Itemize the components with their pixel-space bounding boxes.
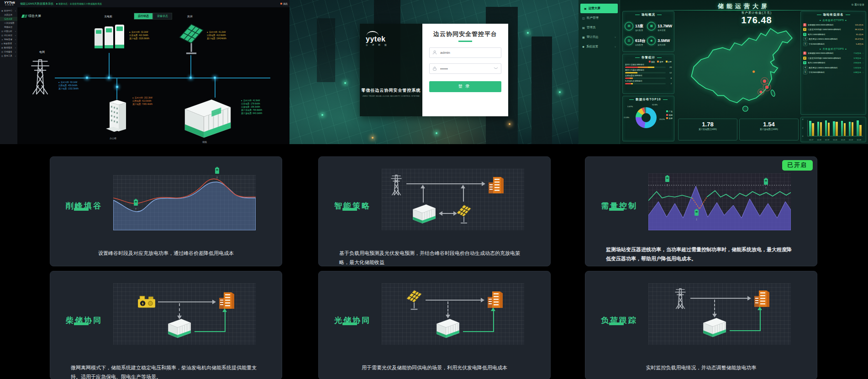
ess-container-icon (700, 317, 729, 338)
user-label[interactable]: 消息 (283, 2, 288, 5)
logout-button[interactable]: ⧉退出登录 (852, 3, 864, 6)
chevron-down-icon: ˅ (15, 34, 16, 36)
ess-stats: ●实时功率: 41.9kW 日充电量: 178.6kWh 日放电量: 158.3… (241, 99, 262, 115)
screenshot-ems-dashboard: YYTek 云洴科技 储能云EMS大数据服务系统 最新动态：欢迎使用储能云大数据… (0, 0, 289, 144)
x-axis-label: 01.20 (833, 139, 837, 141)
stat-power: ◉3.5MW实时功率 (647, 33, 672, 48)
stat-bullet: ● (58, 81, 60, 83)
ess-container-icon (410, 203, 438, 224)
legend-critical: 紧急 (649, 61, 655, 63)
card-description: 实时监控负载用电情况，并动态调整储能放电功率 (585, 363, 817, 372)
alarm-bar (625, 78, 666, 79)
solar-panel-icon (405, 289, 423, 311)
title-underline (342, 208, 357, 211)
panel-title: 场站概况 (623, 11, 674, 18)
feature-card-peak-shaving: 削峰填谷 ↑ ↓ 设置峰谷时段及对应充放电功率，通过峰谷价差降低用电成本 (50, 156, 282, 266)
brand-subname: 云 洴 科 技 (366, 44, 389, 47)
eye-closed-icon[interactable] (494, 67, 498, 70)
users-icon: ◫ (582, 16, 585, 20)
battery-icon (665, 175, 670, 182)
energy-dates: 01.1701.1801.1901.2001.2101.2201.23 (807, 139, 863, 141)
person-icon (432, 50, 437, 55)
transmission-tower-icon (388, 171, 405, 196)
brand-logo: yytek 云 洴 科 技 (366, 31, 389, 47)
transmission-tower-icon (672, 285, 689, 310)
battery-discharge-marker: ↓ (215, 167, 220, 179)
ops-sidebar: ▣运营大屏 ◫租户管理 ▤管理员 ▦审计日志˅ ✱系统设置˅ (579, 0, 620, 144)
password-input[interactable] (439, 66, 491, 71)
sidebar-item-overview[interactable]: 大屏总览 (0, 13, 17, 17)
ranking-row: 2江苏宜兴环科园2.5MW/5MWh储能电站3.78万元↑ (801, 56, 866, 61)
ranking-row: 2江苏宜兴环科园2.5MW/5MWh储能电站38.22万元 (801, 27, 866, 32)
header-decor-line (625, 10, 863, 10)
sidebar-item-wiring-diagram[interactable]: 一次接线图 (0, 21, 17, 25)
alarm-row: 苏州工业园区储能电站 29 (623, 63, 674, 68)
battery-charge-marker: ↑ (133, 199, 138, 211)
ems-title: 储能云EMS大数据服务系统 (20, 2, 53, 6)
alarm-row: 杭州余杭区储能电站 7 (623, 79, 674, 85)
alarm-bar (625, 83, 666, 84)
card-graphic (113, 283, 256, 345)
sidebar-item-bigscreen[interactable]: ▣运营大屏 (580, 4, 618, 13)
bar-pair (841, 120, 846, 136)
node-label-pv: 光伏 (187, 15, 193, 19)
building-icon (486, 288, 504, 309)
sidebar-item-main-screen[interactable]: 综合大屏 (0, 17, 17, 21)
menu-icon: ◈ (1, 42, 3, 45)
ess-to-building-line (195, 331, 226, 332)
sidebar-item-audit-log[interactable]: ▦审计日志˅ (579, 32, 620, 42)
login-button[interactable]: 登录 (429, 81, 501, 92)
menu-icon: ▨ (1, 55, 3, 57)
sidebar-item-ops[interactable]: ▧运维服务˅ (0, 50, 17, 54)
glow-dot (527, 32, 529, 34)
down-arrow-icon: ↓ (694, 217, 699, 221)
sidebar-item-analysis[interactable]: ▤运营分析˅ (0, 29, 17, 33)
feature-card-smart-strategy: 智能策略 (318, 156, 551, 266)
sidebar-item-admins[interactable]: ▤管理员 (579, 23, 620, 32)
sidebar-item-run-monitor[interactable]: ▥运行监控˅ (0, 33, 17, 37)
card-description: 基于负载用电预测及光伏发电预测，并结合峰谷时段电价自动生成动态的充放电策略，最大… (319, 249, 550, 267)
device-icon: ▥ (625, 36, 633, 45)
bell-icon[interactable] (280, 3, 282, 5)
bar-pair (825, 120, 830, 136)
tagline-cn: 零信任边云协同安全管控系统 (360, 88, 422, 93)
pv-to-bus-arrow (463, 188, 464, 202)
sidebar-item-monitor-center[interactable]: ▣监控中心˄ (0, 9, 17, 13)
glow-dot (344, 82, 346, 84)
revenue-ranking-panel: 场站收益排名 总收益排行TOP5 1安徽铜陵1MW/2MWh储能电站113.4万… (800, 11, 866, 115)
stat-bullet: ● (129, 31, 131, 33)
bar-pair (833, 120, 838, 136)
sidebar-item-settings[interactable]: ✱系统设置˅ (579, 42, 620, 52)
node-label-building: 办公楼 (110, 137, 116, 140)
ess-to-bus-arrow (423, 188, 424, 202)
sidebar-item-video[interactable]: 视频监控 (0, 25, 17, 29)
capacity-icon: ▦ (647, 22, 656, 31)
stat-devices: ▥618台设备数量 (625, 33, 647, 48)
gen-to-ess-dashed-arrow (179, 303, 180, 316)
donut-chart-area: 52.6% 23.2% 2.13% 1.67% 广东 福建 安徽 (623, 103, 674, 135)
sidebar-item-report[interactable]: ▦数据报表˅ (0, 46, 17, 50)
sidebar-item-tenants[interactable]: ◫租户管理 (579, 13, 620, 23)
title-underline (609, 208, 624, 211)
legend-swatch (657, 61, 659, 62)
node-label-ess: 储能 (202, 140, 207, 143)
up-arrow-icon: ↑ (863, 62, 863, 64)
tab-device-status[interactable]: 设备状态 (153, 13, 172, 20)
feature-card-pv-storage: 光储协同 (318, 271, 551, 379)
ranking-row: 1安徽铜陵1MW/2MWh储能电站113.4万元 (801, 22, 866, 27)
admin-icon: ▤ (582, 26, 585, 29)
sidebar-item-alarm[interactable]: ▲智能告警˅ (0, 37, 17, 42)
card-graphic (382, 283, 524, 345)
ems-user-area[interactable]: 消息 (280, 2, 288, 5)
battery-icon (694, 209, 699, 216)
x-axis-label: 01.22 (849, 139, 853, 141)
sidebar-item-efficiency[interactable]: ◈能效管理˅ (0, 42, 17, 46)
title-underline (74, 208, 89, 211)
username-input[interactable] (439, 50, 498, 55)
screenshot-row: YYTek 云洴科技 储能云EMS大数据服务系统 最新动态：欢迎使用储能云大数据… (0, 0, 868, 144)
battery-icon (763, 178, 768, 185)
chevron-up-icon: ˄ (15, 10, 16, 12)
sidebar-item-tools[interactable]: ▨系统工具˅ (0, 54, 17, 58)
glow-dot (108, 77, 110, 79)
tab-run-status[interactable]: 运行状态 (134, 13, 153, 20)
